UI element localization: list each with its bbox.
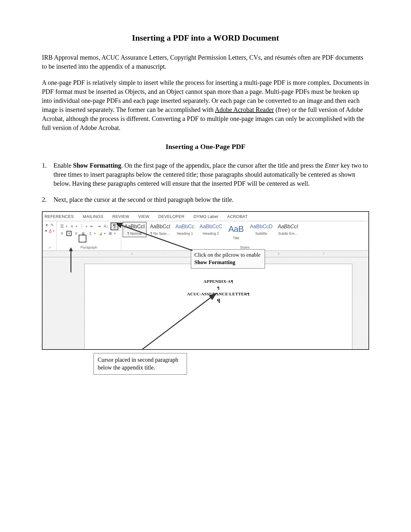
tab-dymo[interactable]: DYMO Label — [193, 214, 218, 220]
callout-cursor: Cursor placed in second paragraph below … — [93, 353, 187, 375]
style-sample: AaBbCcI — [278, 223, 298, 230]
format-painter-icon[interactable]: ✎ — [51, 222, 54, 228]
step-1: Enable Show Formatting. On the first pag… — [42, 161, 369, 188]
ribbon-body: ▾ ✎ ▾ A ▾ ⤢ ☰▾ ≡▾ ⋮▾ ⇤ ⇥ A↓ — [43, 221, 368, 251]
appendix-line-2: ¶ — [85, 285, 352, 291]
style-subtitle[interactable]: AaBbCcD Subtitle — [249, 222, 274, 237]
intro-paragraph-1: IRB Approval memos, ACUC Assurance Lette… — [42, 53, 369, 71]
align-center-icon[interactable]: ≡ — [66, 231, 72, 236]
dropdown-icon[interactable]: ▾ — [45, 222, 49, 228]
callout-pilcrow: Click on the pilcrow to enable Show Form… — [191, 249, 265, 269]
dropdown-arrow-icon[interactable]: ▾ — [53, 229, 54, 233]
align-right-icon[interactable]: ≡ — [73, 231, 79, 236]
style-sample: AaB — [227, 223, 245, 235]
word-screenshot: REFERENCES MAILINGS REVIEW VIEW DEVELOPE… — [42, 211, 369, 375]
tab-review[interactable]: REVIEW — [113, 214, 129, 220]
style-title[interactable]: AaB Title — [226, 222, 246, 241]
ribbon-group-paragraph: ☰▾ ≡▾ ⋮▾ ⇤ ⇥ A↓ ¶ ≡ ≡ ≡ ≣ ‡▾ ◢▾ ⊞▾ — [57, 221, 121, 251]
ribbon-tabs: REFERENCES MAILINGS REVIEW VIEW DEVELOPE… — [43, 212, 368, 221]
step1-italic: Enter — [325, 162, 339, 169]
callout-1-text-b: Show Formatting — [194, 259, 235, 265]
section-heading: Inserting a One-Page PDF — [42, 142, 369, 152]
pilcrow-button[interactable]: ¶ — [111, 222, 118, 230]
group-launcher-icon[interactable]: ⤢ — [43, 245, 56, 250]
page-title: Inserting a PDF into a WORD Document — [42, 32, 369, 44]
style-sample: AaBbCcI — [124, 223, 145, 230]
callout-1-text-a: Click on the pilcrow to enable — [194, 252, 260, 258]
style-name: Heading 1 — [175, 231, 194, 236]
appendix-line-1: APPENDIX·A¶ — [85, 278, 352, 285]
step1-a: Enable — [54, 162, 73, 169]
dropdown-icon[interactable]: ▾ — [45, 228, 47, 233]
shading-icon[interactable]: ◢ — [98, 231, 103, 236]
intro-paragraph-2: A one-page PDF is relatively simple to i… — [42, 78, 369, 132]
style-name: Subtle Em... — [278, 231, 298, 236]
style-name: Title — [227, 236, 245, 241]
style-normal[interactable]: AaBbCcI ¶ Normal — [123, 222, 146, 237]
style-name: ¶ No Spac... — [150, 231, 170, 236]
appendix-line-3: ACUC·ASSURANCE·LETTER¶ — [85, 291, 352, 297]
tab-view[interactable]: VIEW — [138, 214, 149, 220]
document-area[interactable]: APPENDIX·A¶ ¶ ACUC·ASSURANCE·LETTER¶ ¶ — [43, 257, 368, 350]
style-heading2[interactable]: AaBbCcC Heading 2 — [198, 222, 223, 237]
style-sample: AaBbCcC — [200, 223, 222, 230]
page-content: APPENDIX·A¶ ¶ ACUC·ASSURANCE·LETTER¶ ¶ — [85, 264, 352, 303]
multilevel-icon[interactable]: ⋮ — [79, 224, 84, 229]
svg-marker-2 — [69, 247, 73, 251]
style-name: ¶ Normal — [124, 231, 145, 236]
style-sample: AaBbCcI — [150, 223, 170, 230]
sort-icon[interactable]: A↓ — [103, 224, 109, 229]
tab-developer[interactable]: DEVELOPER — [158, 214, 184, 220]
styles-gallery: AaBbCcI ¶ Normal AaBbCcI ¶ No Spac... Aa… — [121, 221, 368, 251]
step-2: Next, place the cursor at the second or … — [42, 195, 369, 204]
text-cursor — [219, 299, 220, 303]
style-nospacing[interactable]: AaBbCcI ¶ No Spac... — [149, 222, 171, 237]
style-subtle-em[interactable]: AaBbCcI Subtle Em... — [276, 222, 299, 237]
style-name: Heading 2 — [200, 231, 222, 236]
adobe-reader-link[interactable]: Adobe Acrobat Reader — [215, 106, 274, 113]
line-spacing-icon[interactable]: ‡ — [88, 231, 93, 236]
style-sample: AaBbCc — [175, 223, 194, 230]
increase-indent-icon[interactable]: ⇥ — [96, 224, 102, 229]
bullets-icon[interactable]: ☰ — [59, 224, 64, 229]
decrease-indent-icon[interactable]: ⇤ — [89, 224, 94, 229]
word-window: REFERENCES MAILINGS REVIEW VIEW DEVELOPE… — [42, 211, 369, 350]
font-color-icon[interactable]: A — [49, 228, 52, 233]
step1-b: . On the first page of the appendix, pla… — [121, 162, 325, 169]
tab-acrobat[interactable]: ACROBAT — [227, 214, 248, 220]
align-left-icon[interactable]: ≡ — [59, 231, 64, 236]
paragraph-group-label: Paragraph — [57, 245, 121, 250]
borders-icon[interactable]: ⊞ — [108, 231, 113, 236]
ribbon-group-left: ▾ ✎ ▾ A ▾ ⤢ — [43, 221, 57, 251]
step1-bold: Show Formatting — [73, 162, 121, 169]
style-heading1[interactable]: AaBbCc Heading 1 — [174, 222, 196, 237]
page[interactable]: APPENDIX·A¶ ¶ ACUC·ASSURANCE·LETTER¶ ¶ — [84, 264, 352, 350]
numbering-icon[interactable]: ≡ — [69, 224, 74, 229]
highlight-align-center — [79, 235, 86, 242]
tab-mailings[interactable]: MAILINGS — [83, 214, 103, 220]
style-name: Subtitle — [250, 231, 272, 236]
style-sample: AaBbCcD — [250, 223, 272, 230]
appendix-line-4: ¶ — [85, 297, 352, 304]
arrow-to-align-center — [68, 247, 74, 273]
tab-references[interactable]: REFERENCES — [44, 214, 74, 220]
